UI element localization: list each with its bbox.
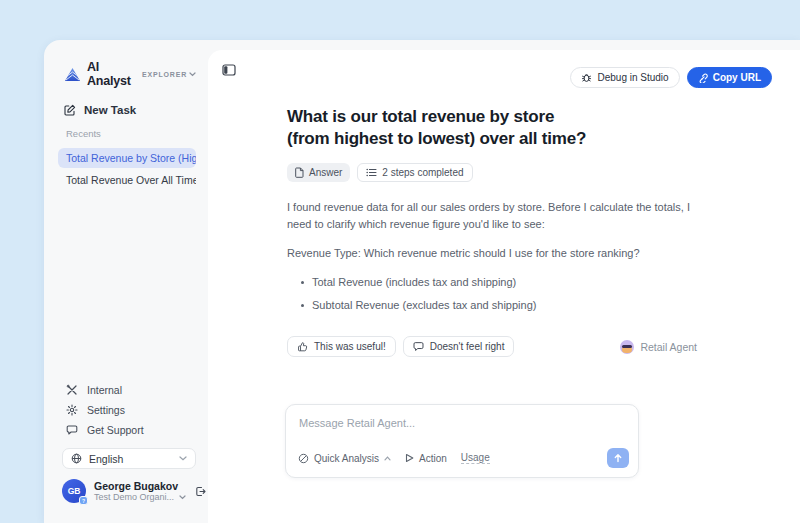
message-input[interactable] — [286, 405, 638, 443]
steps-completed-button[interactable]: 2 steps completed — [357, 163, 472, 182]
agent-avatar — [620, 340, 634, 354]
copy-url-label: Copy URL — [713, 72, 761, 83]
pencil-square-icon — [64, 104, 76, 116]
app-title: AI Analyst — [87, 60, 134, 88]
play-outline-icon — [405, 453, 414, 463]
sidebar-toggle-icon — [222, 64, 236, 76]
bullet-text-1: Total Revenue (includes tax and shipping… — [312, 274, 516, 291]
bullet-dot — [301, 304, 304, 307]
profile-org: Test Demo Organi... — [94, 492, 174, 502]
explorer-switcher[interactable]: EXPLORER — [142, 71, 196, 78]
action-button[interactable]: Action — [405, 453, 447, 464]
bullet-dot — [301, 281, 304, 284]
circle-trend-icon — [298, 453, 309, 464]
recents-heading: Recents — [66, 128, 196, 139]
language-value: English — [89, 453, 123, 465]
bug-icon — [581, 72, 592, 83]
quick-analysis-dropdown[interactable]: Quick Analysis — [298, 453, 391, 464]
globe-icon — [71, 453, 82, 464]
chevron-down-icon[interactable] — [179, 495, 186, 500]
answer-badge-label: Answer — [309, 167, 342, 178]
title-line-2: (from highest to lowest) over all time? — [287, 128, 697, 150]
avatar-badge: ? — [79, 496, 88, 505]
list-item: Total Revenue (includes tax and shipping… — [301, 274, 697, 291]
agent-name: Retail Agent — [640, 341, 697, 353]
logo-icon — [64, 67, 81, 82]
agent-chip: Retail Agent — [620, 340, 697, 354]
get-support-label: Get Support — [87, 424, 144, 436]
thumbs-up-icon — [297, 341, 308, 352]
answer-paragraph-2: Revenue Type: Which revenue metric shoul… — [287, 245, 697, 262]
sidebar: AI Analyst EXPLORER New Task Recents Tot… — [44, 40, 208, 523]
sidebar-item-recent-1[interactable]: Total Revenue Over All Time — [58, 170, 196, 190]
sidebar-item-settings[interactable]: Settings — [66, 404, 196, 416]
profile-name: George Bugakov — [94, 480, 186, 492]
internal-label: Internal — [87, 384, 122, 396]
title-line-1: What is our total revenue by store — [287, 106, 697, 128]
link-icon — [698, 73, 708, 83]
chevron-down-icon — [179, 456, 187, 461]
sidebar-item-get-support[interactable]: Get Support — [66, 424, 196, 436]
gear-icon — [66, 404, 78, 416]
chat-bubble-icon — [66, 424, 78, 436]
explorer-label: EXPLORER — [142, 71, 187, 78]
feedback-useful-button[interactable]: This was useful! — [287, 336, 396, 357]
answer-badge: Answer — [287, 163, 350, 182]
message-composer: Quick Analysis Action Usage — [285, 404, 639, 478]
sidebar-toggle-button[interactable] — [222, 64, 236, 76]
debug-label: Debug in Studio — [597, 72, 668, 83]
bullet-text-2: Subtotal Revenue (excludes tax and shipp… — [312, 297, 536, 314]
steps-badge-label: 2 steps completed — [382, 167, 463, 178]
app-window: AI Analyst EXPLORER New Task Recents Tot… — [44, 40, 800, 523]
new-task-button[interactable]: New Task — [64, 104, 196, 116]
chevron-up-icon — [384, 456, 391, 461]
chevron-down-icon — [189, 72, 196, 77]
sign-out-icon — [194, 485, 207, 498]
new-task-label: New Task — [84, 104, 136, 116]
crossed-tools-icon — [66, 384, 78, 396]
feedback-not-right-button[interactable]: Doesn't feel right — [403, 336, 515, 357]
document-icon — [295, 167, 304, 178]
quick-analysis-label: Quick Analysis — [314, 453, 379, 464]
avatar-initials: GB — [68, 486, 81, 496]
speech-bubble-icon — [413, 341, 424, 352]
list-item: Subtotal Revenue (excludes tax and shipp… — [301, 297, 697, 314]
sidebar-item-recent-0[interactable]: Total Revenue by Store (Highest ... — [58, 148, 196, 168]
usage-link[interactable]: Usage — [461, 452, 490, 464]
sidebar-item-internal[interactable]: Internal — [66, 384, 196, 396]
main-panel: Debug in Studio Copy URL What is our tot… — [208, 50, 800, 523]
arrow-up-icon — [613, 453, 623, 463]
action-label: Action — [419, 453, 447, 464]
logo[interactable]: AI Analyst EXPLORER — [64, 60, 196, 88]
answer-paragraph-1: I found revenue data for all our sales o… — [287, 199, 697, 233]
feedback-not-right-label: Doesn't feel right — [430, 341, 505, 352]
answer-text: I found revenue data for all our sales o… — [287, 199, 697, 314]
settings-label: Settings — [87, 404, 125, 416]
language-select[interactable]: English — [62, 448, 196, 469]
copy-url-button[interactable]: Copy URL — [687, 67, 772, 88]
list-icon — [366, 168, 377, 177]
debug-in-studio-button[interactable]: Debug in Studio — [570, 67, 679, 88]
send-button[interactable] — [607, 448, 629, 468]
feedback-useful-label: This was useful! — [314, 341, 386, 352]
profile-section[interactable]: GB ? George Bugakov Test Demo Organi... — [62, 479, 196, 503]
sign-out-button[interactable] — [194, 485, 207, 498]
avatar: GB ? — [62, 479, 86, 503]
page-title: What is our total revenue by store (from… — [287, 106, 697, 150]
